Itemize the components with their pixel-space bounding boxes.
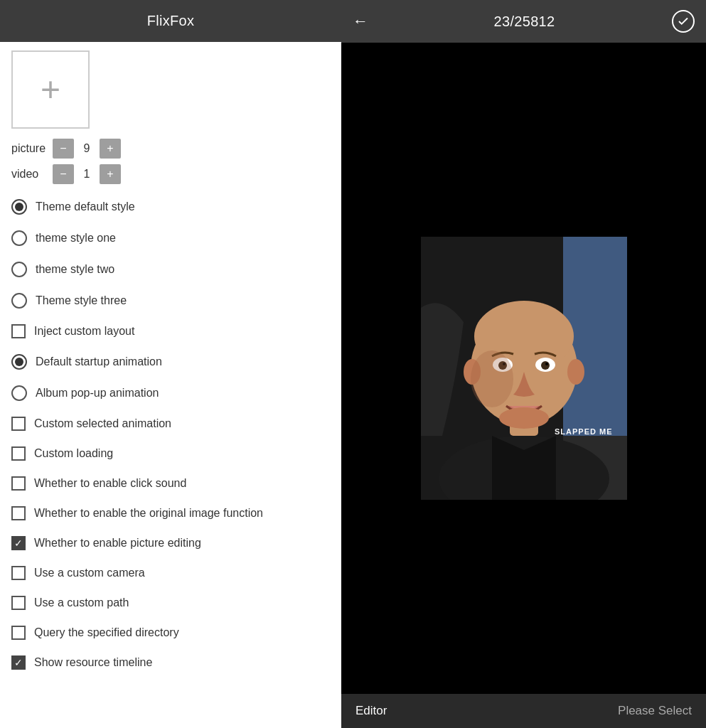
option-item-inject-layout[interactable]: Inject custom layout [11,316,330,346]
option-item-theme-two[interactable]: theme style two [11,254,330,285]
app-title: FlixFox [0,0,341,42]
picture-counter-row: picture − 9 + [11,139,330,159]
option-item-original-image[interactable]: Whether to enable the original image fun… [11,498,330,528]
footer-editor-label: Editor [355,704,618,718]
options-list: Theme default style theme style one them… [11,191,330,678]
left-panel: FlixFox + picture − 9 + video − 1 + Them… [0,0,341,728]
option-item-custom-path[interactable]: Use a custom path [11,588,330,618]
svg-point-8 [567,359,584,385]
svg-point-15 [499,407,549,429]
checkbox-custom-loading[interactable] [11,446,26,461]
radio-theme-two[interactable] [11,262,27,277]
option-label-album-popup: Album pop-up animation [36,387,159,400]
confirm-button[interactable] [672,10,695,33]
checkbox-original-image[interactable] [11,506,26,520]
radio-default-startup[interactable] [11,354,27,370]
video-counter-row: video − 1 + [11,164,330,184]
video-area: SLAPPED ME [341,43,706,694]
checkbox-inject-layout[interactable] [11,324,26,338]
option-item-theme-three[interactable]: Theme style three [11,285,330,316]
checkbox-custom-anim[interactable] [11,417,26,431]
checkbox-custom-camera[interactable] [11,566,26,580]
picture-label: picture [11,142,47,155]
checkbox-custom-path[interactable] [11,596,26,610]
option-label-custom-path: Use a custom path [34,596,129,609]
picture-increment-button[interactable]: + [100,139,121,159]
option-item-theme-default[interactable]: Theme default style [11,191,330,223]
option-item-custom-camera[interactable]: Use a custom camera [11,558,330,588]
right-panel: ← 23/25812 [341,0,706,728]
option-label-theme-three: Theme style three [36,294,127,307]
video-value: 1 [80,168,94,181]
app-title-text: FlixFox [147,13,195,28]
option-item-theme-one[interactable]: theme style one [11,223,330,254]
radio-album-popup[interactable] [11,385,27,401]
option-label-original-image: Whether to enable the original image fun… [34,507,263,520]
radio-theme-default[interactable] [11,199,27,215]
option-item-custom-loading[interactable]: Custom loading [11,439,330,469]
radio-theme-three[interactable] [11,293,27,309]
add-image-button[interactable]: + [11,50,90,129]
video-increment-button[interactable]: + [100,164,121,184]
option-label-specified-dir: Query the specified directory [34,626,179,639]
option-label-theme-one: theme style one [36,232,116,245]
checkbox-click-sound[interactable] [11,476,26,491]
svg-point-16 [471,350,513,407]
video-decrement-button[interactable]: − [53,164,74,184]
video-label: video [11,168,47,181]
checkbox-specified-dir[interactable] [11,626,26,640]
video-caption: SLAPPED ME [555,427,613,436]
right-header: ← 23/25812 [341,0,706,43]
option-label-custom-loading: Custom loading [34,447,113,460]
option-label-inject-layout: Inject custom layout [34,325,134,338]
back-button[interactable]: ← [353,12,368,31]
option-item-album-popup[interactable]: Album pop-up animation [11,378,330,409]
video-thumbnail: SLAPPED ME [421,237,627,500]
option-item-custom-anim[interactable]: Custom selected animation [11,409,330,439]
radio-theme-one[interactable] [11,230,27,246]
option-label-theme-two: theme style two [36,263,114,276]
checkbox-picture-editing[interactable]: ✓ [11,536,26,550]
option-item-default-startup[interactable]: Default startup animation [11,346,330,378]
option-label-theme-default: Theme default style [36,200,135,213]
svg-point-12 [541,361,550,370]
option-item-resource-timeline[interactable]: ✓ Show resource timeline [11,648,330,678]
option-item-click-sound[interactable]: Whether to enable click sound [11,469,330,498]
option-label-custom-camera: Use a custom camera [34,567,145,579]
checkbox-resource-timeline[interactable]: ✓ [11,655,26,670]
picture-decrement-button[interactable]: − [53,139,74,159]
svg-point-14 [545,363,548,365]
option-item-picture-editing[interactable]: ✓ Whether to enable picture editing [11,528,330,558]
option-label-resource-timeline: Show resource timeline [34,656,152,669]
option-item-specified-dir[interactable]: Query the specified directory [11,618,330,648]
option-label-picture-editing: Whether to enable picture editing [34,537,201,550]
option-label-click-sound: Whether to enable click sound [34,477,186,490]
option-label-custom-anim: Custom selected animation [34,417,171,430]
right-footer: Editor Please Select [341,694,706,728]
right-title: 23/25812 [377,14,672,30]
picture-value: 9 [80,142,94,155]
plus-icon: + [41,73,60,107]
option-label-default-startup: Default startup animation [36,355,162,368]
person-illustration [421,237,627,500]
footer-select-label: Please Select [618,704,692,718]
left-content: + picture − 9 + video − 1 + Theme defaul… [0,42,341,728]
